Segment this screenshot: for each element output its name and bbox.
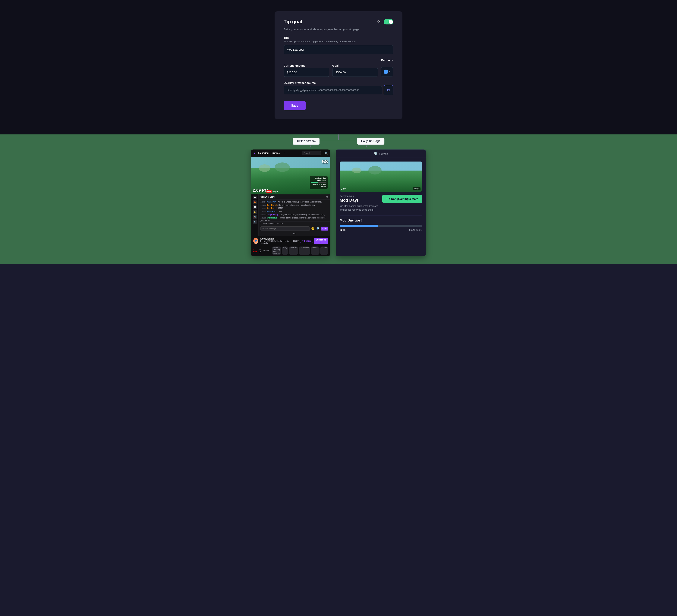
- tip-goal-card: Tip goal On Set a goal amount and show a…: [275, 11, 402, 120]
- twitch-search-input[interactable]: [302, 151, 321, 155]
- current-amount-field: Current amount: [283, 64, 329, 77]
- pally-goal-labels: $235 Goal: $500: [340, 229, 422, 232]
- tip-goal-section: Tip goal On Set a goal amount and show a…: [0, 0, 677, 134]
- twitch-stream-panel: ♦ Following Browse ⋮ 🔍 58 2:09 PM LIVE M…: [251, 149, 330, 256]
- chat-message: 1:20:54 PlaskoWin : Where is Choco, Aerl…: [261, 201, 328, 203]
- chat-icon-6[interactable]: ⚙️: [253, 220, 257, 224]
- pally-streamer-row: KangGaming Mod Day! We play games sugges…: [340, 195, 422, 211]
- stream-chat-panel: 💬 🎁 📊 🔔 📢 ⚙️ STREAM CHAT ⚙ 1:20:54 Plask…: [251, 194, 330, 236]
- tag-positivity[interactable]: Positivity: [289, 246, 298, 255]
- pally-tip-page-label: Pally Tip Page: [357, 138, 385, 145]
- streamer-avatar: 👤: [253, 238, 258, 244]
- card-title: Tip goal: [283, 19, 302, 25]
- save-button[interactable]: Save: [283, 101, 306, 110]
- pally-logo-icon: 🛡️: [374, 151, 378, 156]
- twitch-logo: ♦: [253, 151, 255, 155]
- pally-goal-section: Mod Day tips! $235 Goal: $500: [340, 215, 422, 232]
- amount-fields-row: Current amount Goal Bar color ▾: [283, 58, 394, 77]
- pally-video-thumbnail: 2:09 May 8: [340, 161, 422, 192]
- streamer-bar: 👤 KangGaming ✓ Today is MOD DAY! | pally…: [251, 236, 330, 246]
- stream-stats-bar: ● LIVE 👁 91 2:53:57 Animal Crossing: New…: [251, 246, 330, 256]
- tag-english[interactable]: English: [320, 246, 328, 255]
- streamer-description: Today is MOD DAY! | pallygg to tip the m…: [260, 240, 292, 244]
- chat-icon-4[interactable]: 🔔: [253, 210, 257, 214]
- pally-progress-bar: [340, 225, 422, 227]
- tag-animal-crossing[interactable]: Animal Crossing: New Horizons: [272, 246, 281, 255]
- pally-video-date: May 8: [413, 187, 420, 190]
- pally-tip-page-panel: 🛡️ Pally.gg 2:09 May 8 KangGaming Mod Da…: [336, 149, 426, 256]
- color-picker-button[interactable]: ▾: [381, 67, 393, 77]
- browse-nav-link[interactable]: Browse: [272, 152, 280, 154]
- title-input[interactable]: [283, 45, 394, 54]
- chat-messages-list: 1:20:54 PlaskoWin : Where is Choco, Aerl…: [259, 199, 330, 222]
- tip-button[interactable]: Tip KangGaming's team: [382, 195, 422, 203]
- chat-icon-5[interactable]: 📢: [253, 215, 257, 219]
- card-header: Tip goal On: [283, 19, 394, 25]
- stream-sub-goal-title: Weekly Sub Goal: [311, 184, 326, 186]
- tag-captions[interactable]: Captions: [311, 246, 320, 255]
- chat-input-area: 😊 💎 Chat: [259, 225, 330, 232]
- chat-icon-1[interactable]: 💬: [253, 196, 257, 199]
- following-nav-link[interactable]: Following: [258, 152, 269, 154]
- chat-title: STREAM CHAT: [261, 196, 275, 198]
- card-description: Set a goal amount and show a progress ba…: [283, 28, 394, 31]
- pally-content: 2:09 May 8 KangGaming Mod Day! We play g…: [336, 158, 426, 235]
- stream-goal-bar: [311, 182, 326, 183]
- tip-goal-toggle[interactable]: [383, 19, 394, 25]
- current-amount-label: Current amount: [283, 64, 329, 67]
- search-icon[interactable]: 🔍: [325, 151, 328, 154]
- overlay-url-input[interactable]: [283, 86, 382, 94]
- subscribe-button[interactable]: Subscribe ▾: [314, 238, 328, 244]
- chat-main-area: STREAM CHAT ⚙ 1:20:54 PlaskoWin : Where …: [259, 194, 330, 236]
- toggle-label: On: [377, 20, 381, 23]
- pally-current-amount: $235: [340, 229, 346, 232]
- copy-url-button[interactable]: ⧉: [383, 85, 394, 95]
- twitch-navbar: ♦ Following Browse ⋮ 🔍: [251, 149, 330, 157]
- chat-icon-3[interactable]: 📊: [253, 205, 257, 209]
- tag-cozy[interactable]: Cozy: [282, 246, 288, 255]
- tag-mindfulness[interactable]: Mindfulness: [299, 246, 310, 255]
- goal-input[interactable]: [332, 68, 378, 77]
- bar-color-field: Bar color ▾: [381, 58, 394, 77]
- pally-header: 🛡️ Pally.gg: [336, 150, 426, 158]
- stream-date-area: LIVE May 8: [267, 190, 278, 193]
- connector-section: Twitch Stream Pally Tip Page: [0, 134, 677, 149]
- title-field-sublabel: This will update both your tip page and …: [283, 40, 394, 43]
- follow-button[interactable]: ♥ Follow: [300, 239, 313, 243]
- viewer-count-stat: 👁 91: [259, 248, 261, 253]
- chat-icon-2[interactable]: 🎁: [253, 200, 257, 204]
- verified-icon: ✓: [275, 238, 276, 240]
- heart-icon: ♥: [302, 240, 304, 242]
- goal-label: Goal: [332, 64, 378, 67]
- react-icon[interactable]: React: [293, 240, 299, 242]
- pally-progress-fill: [340, 225, 378, 227]
- stream-score: 58: [322, 159, 328, 165]
- streamer-info: KangGaming ✓ Today is MOD DAY! | pallygg…: [260, 237, 292, 244]
- chat-message: 1:20:56 Sun_Rayz2 : The only game Kang a…: [261, 204, 328, 206]
- current-amount-input[interactable]: [283, 68, 329, 77]
- chat-settings-icon[interactable]: ⚙: [326, 196, 328, 198]
- color-circle: [383, 69, 388, 74]
- overlay-source-label: Overlay browser source: [283, 81, 394, 85]
- pally-goal-amount: Goal: $500: [409, 229, 422, 232]
- pally-tip-button-container: Tip KangGaming's team: [382, 195, 422, 211]
- pally-stream-title: Mod Day!: [340, 198, 379, 203]
- chat-bits-icon[interactable]: 💎: [316, 227, 319, 230]
- chat-message-input[interactable]: [261, 226, 310, 231]
- pally-streamer-name: KangGaming: [340, 195, 379, 197]
- chevron-down-icon: ▾: [389, 70, 391, 73]
- stream-tags: Animal Crossing: New Horizons Cozy Posit…: [272, 246, 328, 255]
- chat-message: 1:21:16 UnderbarJc : I pinned it but it …: [261, 217, 328, 222]
- viewer-count: 300: [293, 233, 296, 235]
- svg-marker-2: [366, 146, 368, 148]
- stream-goal-amount: $235 / $500: [311, 179, 326, 181]
- stream-goal-title: Mod Day tips!: [311, 177, 326, 179]
- more-nav-icon[interactable]: ⋮: [283, 151, 285, 154]
- chat-sidebar: 💬 🎁 📊 🔔 📢 ⚙️: [251, 194, 259, 236]
- live-indicator: ● LIVE: [253, 248, 258, 253]
- stream-goal-overlay: Mod Day tips! $235 / $500 Weekly Sub Goa…: [310, 176, 328, 189]
- chat-emoji-icon[interactable]: 😊: [311, 227, 314, 230]
- toggle-container: On: [377, 19, 394, 25]
- title-field-section: Title This will update both your tip pag…: [283, 36, 394, 54]
- chat-send-button[interactable]: Chat: [321, 227, 328, 231]
